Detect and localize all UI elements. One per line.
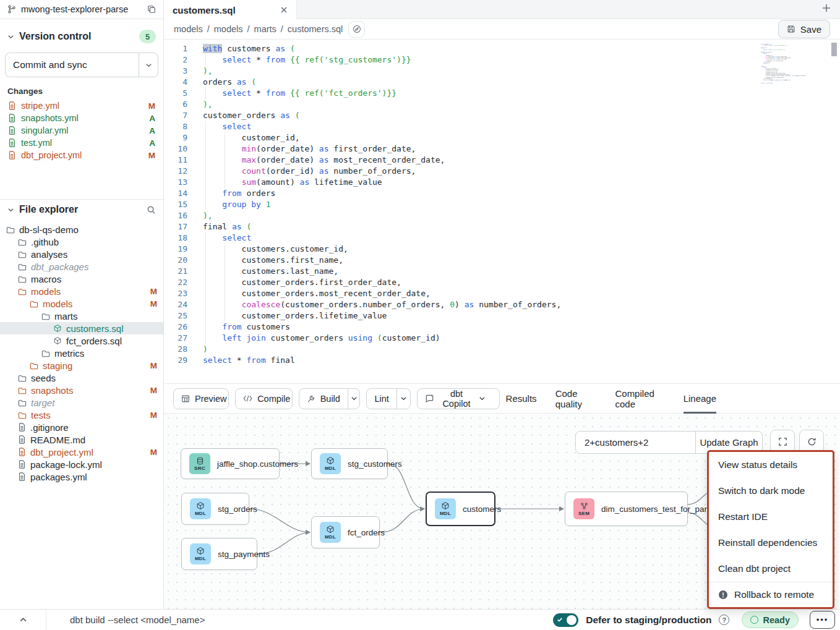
tree-item--gitignore[interactable]: .gitignore xyxy=(0,421,163,433)
lint-button[interactable]: Lint xyxy=(367,389,396,409)
version-control-header[interactable]: Version control 5 xyxy=(7,30,156,43)
new-tab-button[interactable] xyxy=(821,3,831,13)
search-icon[interactable] xyxy=(147,205,156,215)
lineage-node-stg-orders[interactable]: MDLstg_orders xyxy=(181,493,249,525)
code-line[interactable]: 27 left join customer_orders using (cust… xyxy=(164,333,840,344)
menu-item-clean-dbt-project[interactable]: Clean dbt project xyxy=(709,556,833,582)
status-badge[interactable]: Ready xyxy=(742,611,799,628)
tab-lineage[interactable]: Lineage xyxy=(684,383,716,414)
help-icon[interactable]: ? xyxy=(719,615,729,625)
code-line[interactable]: 26 from customers xyxy=(164,321,840,333)
breadcrumb-item[interactable]: customers.sql xyxy=(288,24,343,34)
file-explorer-header[interactable]: File explorer xyxy=(7,204,156,215)
code-line[interactable]: 14 from orders xyxy=(164,188,840,199)
change-item[interactable]: stripe.ymlM xyxy=(0,100,163,112)
menu-item-reinstall-dependencies[interactable]: Reinstall dependencies xyxy=(709,530,833,556)
dbt-copilot-button[interactable]: dbt Copilot xyxy=(417,388,499,409)
code-line[interactable]: 20 customers.first_name, xyxy=(164,255,840,266)
code-line[interactable]: 23 customer_orders.most_recent_order_dat… xyxy=(164,288,840,299)
code-line[interactable]: 29select * from final xyxy=(164,355,840,366)
preview-button[interactable]: Preview xyxy=(173,388,229,409)
lineage-node-stg-customers[interactable]: MDLstg_customers xyxy=(311,448,388,479)
tree-item-packages-yml[interactable]: packages.yml xyxy=(0,470,163,483)
code-line[interactable]: 21 customers.last_name, xyxy=(164,266,840,277)
code-line[interactable]: 9 customer_id, xyxy=(164,132,840,143)
code-line[interactable]: 10 min(order_date) as first_order_date, xyxy=(164,143,840,155)
code-line[interactable]: 16), xyxy=(164,210,840,221)
tree-item-dbt-project-yml[interactable]: dbt_project.ymlM xyxy=(0,446,163,458)
lineage-node-stg-payments[interactable]: MDLstg_payments xyxy=(181,538,257,570)
close-tab-icon[interactable] xyxy=(280,6,288,14)
code-line[interactable]: 15 group by 1 xyxy=(164,199,840,210)
tree-item-customers-sql[interactable]: customers.sql xyxy=(0,322,163,334)
commit-and-sync-label[interactable]: Commit and sync xyxy=(6,53,139,77)
save-button[interactable]: Save xyxy=(778,20,830,38)
tree-item-seeds[interactable]: seeds xyxy=(0,372,163,384)
tree-item-metrics[interactable]: metrics xyxy=(0,347,163,359)
code-line[interactable]: 8 select xyxy=(164,121,840,132)
lineage-node-jaffle-shop-customers[interactable]: SRCjaffle_shop.customers xyxy=(181,448,280,479)
editor-minimap[interactable]: with customers as ( select * from {{ ref… xyxy=(761,43,829,125)
code-line[interactable]: 3), xyxy=(164,66,840,77)
tree-item-snapshots[interactable]: snapshotsM xyxy=(0,384,163,396)
code-line[interactable]: 18 select xyxy=(164,232,840,244)
tab-code-quality[interactable]: Code quality xyxy=(555,383,597,414)
command-input[interactable]: dbt build --select <model_name> xyxy=(70,615,205,625)
menu-item-view-status-details[interactable]: View status details xyxy=(709,452,833,478)
code-line[interactable]: 5 select * from {{ ref('fct_orders')}} xyxy=(164,88,840,99)
tree-item-models[interactable]: modelsM xyxy=(0,285,163,297)
expand-command-bar-icon[interactable] xyxy=(0,610,46,630)
breadcrumb-item[interactable]: models xyxy=(214,24,243,34)
change-item[interactable]: test.ymlA xyxy=(0,137,163,149)
code-line[interactable]: 7customer_orders as ( xyxy=(164,110,840,121)
code-line[interactable]: 28) xyxy=(164,344,840,355)
lineage-node-dim-customers-test-for-parse[interactable]: SEMdim_customers_test_for_parse xyxy=(565,492,688,526)
tree-item-fct-orders-sql[interactable]: fct_orders.sql xyxy=(0,334,163,347)
commit-options-caret[interactable] xyxy=(139,53,158,77)
build-button[interactable]: Build xyxy=(299,389,348,409)
code-editor[interactable]: 1with customers as (2 select * from {{ r… xyxy=(164,40,840,383)
code-line[interactable]: 6), xyxy=(164,99,840,110)
change-item[interactable]: snapshots.ymlA xyxy=(0,112,163,124)
tree-item-marts[interactable]: marts xyxy=(0,310,163,322)
tree-item-staging[interactable]: stagingM xyxy=(0,359,163,372)
tree-item-db-sl-qs-demo[interactable]: db-sl-qs-demo xyxy=(0,223,163,236)
defer-toggle[interactable] xyxy=(553,613,578,627)
change-item[interactable]: dbt_project.ymlM xyxy=(0,149,163,161)
tree-item-readme-md[interactable]: README.md xyxy=(0,433,163,446)
commit-and-sync-button[interactable]: Commit and sync xyxy=(5,53,158,77)
code-line[interactable]: 25 customer_orders.lifetime_value xyxy=(164,310,840,321)
code-line[interactable]: 19 customers.customer_id, xyxy=(164,244,840,255)
menu-item-switch-to-dark-mode[interactable]: Switch to dark mode xyxy=(709,478,833,504)
tab-compiled-code[interactable]: Compiled code xyxy=(615,383,664,414)
graph-selector-input[interactable]: 2+customers+2 xyxy=(576,432,695,453)
menu-item-rollback-to-remote[interactable]: Rollback to remote xyxy=(709,582,833,607)
tree-item-models[interactable]: modelsM xyxy=(0,297,163,310)
code-line[interactable]: 12 count(order_id) as number_of_orders, xyxy=(164,166,840,177)
tree-item-analyses[interactable]: analyses xyxy=(0,248,163,260)
tree-item-tests[interactable]: testsM xyxy=(0,409,163,421)
lineage-node-fct-orders[interactable]: MDLfct_orders xyxy=(311,516,380,548)
build-options-caret[interactable] xyxy=(348,389,360,409)
code-line[interactable]: 24 coalesce(customer_orders.number_of_or… xyxy=(164,299,840,310)
editor-scrollbar-thumb[interactable] xyxy=(831,43,837,56)
tab-results[interactable]: Results xyxy=(506,383,537,414)
lineage-node-customers[interactable]: MDLcustomers xyxy=(426,492,495,526)
copy-icon[interactable] xyxy=(147,5,156,14)
tree-item-dbt-packages[interactable]: dbt_packages xyxy=(0,260,163,273)
lint-options-caret[interactable] xyxy=(396,389,411,409)
explore-lineage-chip[interactable] xyxy=(348,21,365,38)
code-line[interactable]: 13 sum(amount) as lifetime_value xyxy=(164,177,840,188)
tree-item-target[interactable]: target xyxy=(0,396,163,409)
more-options-button[interactable]: ••• xyxy=(810,611,835,629)
tree-item--github[interactable]: .github xyxy=(0,236,163,248)
breadcrumb-item[interactable]: marts xyxy=(254,24,276,34)
menu-item-restart-ide[interactable]: Restart IDE xyxy=(709,504,833,530)
tab-customers-sql[interactable]: customers.sql xyxy=(164,0,297,20)
code-line[interactable]: 22 customer_orders.first_order_date, xyxy=(164,277,840,288)
breadcrumb-item[interactable]: models xyxy=(174,24,203,34)
tree-item-macros[interactable]: macros xyxy=(0,273,163,285)
change-item[interactable]: singular.ymlA xyxy=(0,124,163,137)
code-line[interactable]: 11 max(order_date) as most_recent_order_… xyxy=(164,155,840,166)
tree-item-package-lock-yml[interactable]: package-lock.yml xyxy=(0,458,163,470)
